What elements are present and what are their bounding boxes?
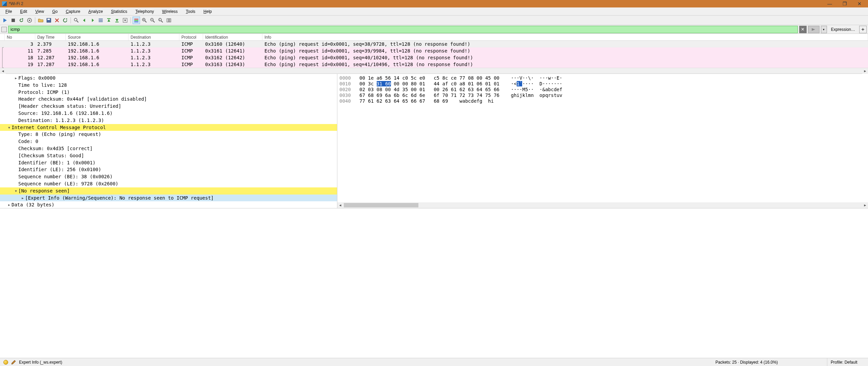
tree-node[interactable]: ▸Data (32 bytes) — [0, 201, 337, 208]
packet-details-pane[interactable]: ▸Flags: 0x0000Time to live: 128Protocol:… — [0, 74, 337, 208]
hex-row[interactable]: 0040 77 61 62 63 64 65 66 67 68 69 wabcd… — [339, 98, 866, 104]
menu-tools[interactable]: Tools — [182, 8, 199, 15]
last-packet-icon[interactable] — [113, 17, 121, 24]
tree-node[interactable]: Code: 0 — [0, 138, 337, 145]
status-packets: Packets: 25 · Displayed: 4 (16.0%) — [712, 358, 827, 366]
tree-node[interactable]: ▾[No response seen] — [0, 187, 337, 195]
tree-node[interactable]: Sequence number (LE): 9728 (0x2600) — [0, 180, 337, 187]
window-title: *Wi-Fi 2 — [9, 1, 825, 6]
reload-icon[interactable] — [61, 17, 69, 24]
collapse-icon[interactable]: ▾ — [7, 124, 12, 131]
bytes-hscroll[interactable]: ◄ ► — [337, 202, 868, 208]
colorize-icon[interactable] — [133, 17, 140, 24]
hex-row[interactable]: 0020 02 03 08 00 4d 35 00 01 00 26 61 62… — [339, 87, 866, 93]
display-filter-input[interactable] — [8, 26, 798, 33]
scroll-right-icon[interactable]: ► — [862, 68, 868, 74]
tree-node[interactable]: Header checksum: 0x44af [validation disa… — [0, 96, 337, 103]
scroll-right-icon[interactable]: ► — [862, 202, 868, 208]
tree-node[interactable]: ▸[Expert Info (Warning/Sequence): No res… — [0, 195, 337, 202]
find-packet-icon[interactable] — [73, 17, 80, 24]
bookmark-icon[interactable] — [1, 27, 7, 32]
tree-node[interactable]: Destination: 1.1.2.3 (1.1.2.3) — [0, 117, 337, 124]
capture-options-icon[interactable] — [26, 17, 33, 24]
app-icon — [2, 1, 7, 6]
add-filter-button[interactable]: + — [859, 26, 867, 33]
expand-icon[interactable]: ▸ — [20, 195, 25, 202]
menu-help[interactable]: Help — [199, 8, 216, 15]
tree-node[interactable]: Protocol: ICMP (1) — [0, 89, 337, 96]
go-forward-icon[interactable] — [89, 17, 96, 24]
hex-row[interactable]: 0010 00 3c 31 60 00 00 80 01 44 af c0 a8… — [339, 81, 866, 87]
expert-info-icon[interactable] — [3, 360, 8, 365]
menu-file[interactable]: File — [1, 8, 16, 15]
maximize-button[interactable]: ❐ — [840, 1, 849, 6]
col-time[interactable]: Day Time — [35, 34, 66, 40]
zoom-in-icon[interactable] — [141, 17, 148, 24]
packet-list-header[interactable]: No Day Time Source Destination Protocol … — [0, 34, 868, 41]
packet-list-hscroll[interactable]: ◄ ► — [0, 68, 868, 74]
svg-line-9 — [77, 21, 78, 22]
svg-marker-11 — [92, 19, 94, 22]
col-no[interactable]: No — [5, 34, 35, 40]
menu-telephony[interactable]: Telephony — [131, 8, 158, 15]
open-file-icon[interactable] — [37, 17, 44, 24]
col-info[interactable]: Info — [262, 34, 868, 40]
tree-node[interactable]: [Checksum Status: Good] — [0, 152, 337, 159]
clear-filter-button[interactable]: ✕ — [799, 26, 807, 33]
tree-node[interactable]: Time to live: 128 — [0, 82, 337, 89]
table-row[interactable]: 1917.287192.168.1.61.1.2.3ICMP0x3163 (12… — [0, 61, 868, 68]
close-button[interactable]: ✕ — [855, 1, 864, 6]
menu-view[interactable]: View — [31, 8, 48, 15]
table-row[interactable]: 1812.287192.168.1.61.1.2.3ICMP0x3162 (12… — [0, 54, 868, 61]
menu-statistics[interactable]: Statistics — [107, 8, 131, 15]
filter-history-dropdown[interactable]: ▾ — [821, 26, 827, 33]
first-packet-icon[interactable] — [105, 17, 113, 24]
resize-columns-icon[interactable] — [165, 17, 173, 24]
tree-node[interactable]: Identifier (BE): 1 (0x0001) — [0, 159, 337, 166]
zoom-out-icon[interactable] — [149, 17, 156, 24]
svg-marker-15 — [107, 19, 110, 22]
stop-capture-icon[interactable] — [9, 17, 17, 24]
col-src[interactable]: Source — [66, 34, 129, 40]
hex-row[interactable]: 0000 00 1e a6 56 14 c0 5c e0 c5 8c ce 77… — [339, 75, 866, 81]
tree-node[interactable]: [Header checksum status: Unverified] — [0, 103, 337, 110]
table-row[interactable]: 117.285192.168.1.61.1.2.3ICMP0x3161 (126… — [0, 47, 868, 54]
minimize-button[interactable]: — — [825, 1, 834, 6]
collapse-icon[interactable]: ▾ — [14, 187, 18, 195]
packet-bytes-pane[interactable]: 0000 00 1e a6 56 14 c0 5c e0 c5 8c ce 77… — [337, 74, 868, 208]
tree-node[interactable]: Checksum: 0x4d35 [correct] — [0, 145, 337, 152]
col-proto[interactable]: Protocol — [179, 34, 203, 40]
autoscroll-icon[interactable] — [121, 17, 129, 24]
tree-node[interactable]: Type: 8 (Echo (ping) request) — [0, 131, 337, 138]
col-id[interactable]: Identification — [203, 34, 262, 40]
restart-capture-icon[interactable] — [18, 17, 25, 24]
expand-icon[interactable]: ▸ — [7, 201, 12, 208]
tree-node[interactable]: ▾Internet Control Message Protocol — [0, 124, 337, 131]
toolbar: 1 — [0, 16, 868, 25]
go-back-icon[interactable] — [81, 17, 88, 24]
goto-packet-icon[interactable] — [97, 17, 104, 24]
edit-icon[interactable] — [11, 360, 16, 365]
col-dst[interactable]: Destination — [129, 34, 179, 40]
tree-node[interactable]: Source: 192.168.1.6 (192.168.1.6) — [0, 110, 337, 117]
tree-node[interactable]: Identifier (LE): 256 (0x0100) — [0, 166, 337, 173]
start-capture-icon[interactable] — [1, 17, 9, 24]
expression-button[interactable]: Expression… — [828, 27, 858, 32]
table-row[interactable]: 32.379192.168.1.61.1.2.3ICMP0x3160 (1264… — [0, 41, 868, 47]
tree-node[interactable]: ▸Flags: 0x0000 — [0, 75, 337, 82]
scroll-left-icon[interactable]: ◄ — [337, 202, 343, 208]
save-file-icon[interactable] — [45, 17, 53, 24]
close-file-icon[interactable] — [53, 17, 61, 24]
hex-row[interactable]: 0030 67 68 69 6a 6b 6c 6d 6e 6f 70 71 72… — [339, 93, 866, 98]
apply-filter-button[interactable] — [808, 26, 820, 33]
status-profile[interactable]: Profile: Default — [827, 358, 868, 366]
menu-go[interactable]: Go — [48, 8, 62, 15]
menu-edit[interactable]: Edit — [16, 8, 31, 15]
menu-wireless[interactable]: Wireless — [158, 8, 182, 15]
expand-icon[interactable]: ▸ — [14, 75, 18, 82]
zoom-reset-icon[interactable]: 1 — [157, 17, 164, 24]
menu-capture[interactable]: Capture — [62, 8, 84, 15]
tree-node[interactable]: Sequence number (BE): 38 (0x0026) — [0, 173, 337, 180]
tree-label: [Checksum Status: Good] — [18, 153, 84, 158]
menu-analyze[interactable]: Analyze — [84, 8, 107, 15]
